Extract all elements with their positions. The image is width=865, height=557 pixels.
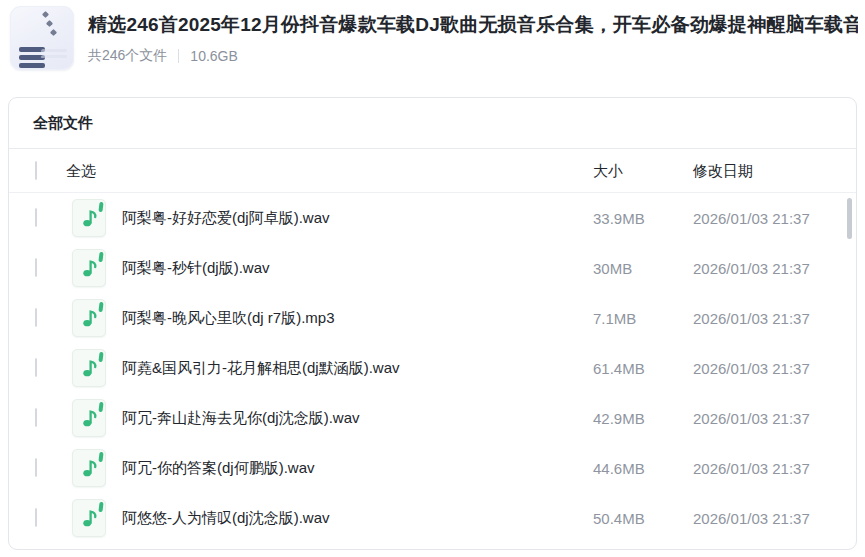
music-file-icon: [72, 349, 106, 387]
music-file-icon: [72, 449, 106, 487]
file-modified: 2026/01/03 21:37: [693, 210, 810, 227]
file-size: 42.9MB: [593, 410, 645, 427]
table-row[interactable]: 阿梨粤-秒针(dj版).wav 30MB 2026/01/03 21:37: [9, 243, 856, 293]
column-header-size: 大小: [593, 161, 623, 180]
file-size: 33.9MB: [593, 210, 645, 227]
card-title: 全部文件: [33, 114, 93, 133]
total-size: 10.6GB: [190, 48, 237, 64]
table-row[interactable]: 阿蕘&国风引力-花月解相思(dj默涵版).wav 61.4MB 2026/01/…: [9, 343, 856, 393]
row-checkbox[interactable]: [35, 408, 37, 427]
file-modified: 2026/01/03 21:37: [693, 510, 810, 527]
zip-archive-icon: [10, 6, 74, 70]
table-row[interactable]: 阿梨粤-好好恋爱(dj阿卓版).wav 33.9MB 2026/01/03 21…: [9, 193, 856, 243]
file-name[interactable]: 阿悠悠-人为情叹(dj沈念版).wav: [122, 509, 330, 528]
music-file-icon: [72, 199, 106, 237]
file-name[interactable]: 阿梨粤-好好恋爱(dj阿卓版).wav: [122, 209, 330, 228]
file-name[interactable]: 阿梨粤-晚风心里吹(dj r7版).mp3: [122, 309, 335, 328]
select-all-label[interactable]: 全选: [66, 161, 96, 180]
file-size: 30MB: [593, 260, 632, 277]
file-name[interactable]: 阿冗-你的答案(dj何鹏版).wav: [122, 459, 315, 478]
file-modified: 2026/01/03 21:37: [693, 410, 810, 427]
table-row[interactable]: 阿梨粤-晚风心里吹(dj r7版).mp3 7.1MB 2026/01/03 2…: [9, 293, 856, 343]
file-list-card: 全部文件 全选 大小 修改日期 阿梨粤-好好恋爱(dj阿卓版).wav 33.9…: [8, 97, 857, 550]
table-header-row: 全选 大小 修改日期: [9, 149, 856, 193]
archive-header: 精选246首2025年12月份抖音爆款车载DJ歌曲无损音乐合集，开车必备劲爆提神…: [10, 6, 858, 70]
row-checkbox[interactable]: [35, 308, 37, 327]
archive-title: 精选246首2025年12月份抖音爆款车载DJ歌曲无损音乐合集，开车必备劲爆提神…: [88, 12, 858, 38]
card-header: 全部文件: [9, 98, 856, 149]
file-size: 50.4MB: [593, 510, 645, 527]
file-name[interactable]: 阿梨粤-秒针(dj版).wav: [122, 259, 270, 278]
music-file-icon: [72, 249, 106, 287]
select-all-checkbox[interactable]: [35, 161, 37, 180]
row-checkbox[interactable]: [35, 208, 37, 227]
row-checkbox[interactable]: [35, 508, 37, 527]
vertical-scrollbar-thumb[interactable]: [847, 198, 852, 239]
table-row[interactable]: 阿冗-你的答案(dj何鹏版).wav 44.6MB 2026/01/03 21:…: [9, 443, 856, 493]
file-modified: 2026/01/03 21:37: [693, 460, 810, 477]
row-checkbox[interactable]: [35, 458, 37, 477]
table-row[interactable]: 阿悠悠-人为情叹(dj沈念版).wav 50.4MB 2026/01/03 21…: [9, 493, 856, 543]
row-checkbox[interactable]: [35, 258, 37, 277]
table-row[interactable]: 阿冗-奔山赴海去见你(dj沈念版).wav 42.9MB 2026/01/03 …: [9, 393, 856, 443]
file-count: 共246个文件: [88, 47, 167, 65]
music-file-icon: [72, 499, 106, 537]
archive-meta: 共246个文件 10.6GB: [88, 47, 858, 65]
row-checkbox[interactable]: [35, 358, 37, 377]
column-header-modified: 修改日期: [693, 161, 753, 180]
file-name[interactable]: 阿蕘&国风引力-花月解相思(dj默涵版).wav: [122, 359, 400, 378]
file-size: 7.1MB: [593, 310, 636, 327]
file-size: 44.6MB: [593, 460, 645, 477]
file-modified: 2026/01/03 21:37: [693, 360, 810, 377]
file-name[interactable]: 阿冗-奔山赴海去见你(dj沈念版).wav: [122, 409, 360, 428]
meta-divider: [178, 49, 179, 63]
file-modified: 2026/01/03 21:37: [693, 310, 810, 327]
file-modified: 2026/01/03 21:37: [693, 260, 810, 277]
file-size: 61.4MB: [593, 360, 645, 377]
music-file-icon: [72, 399, 106, 437]
music-file-icon: [72, 299, 106, 337]
